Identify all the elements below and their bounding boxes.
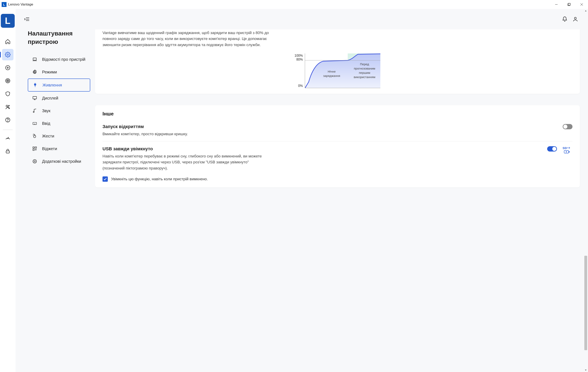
chart-caption-left: Нічне заряджання [319, 69, 344, 78]
night-charge-card: Нічне заряджання акумулятора Vantage вив… [95, 29, 580, 94]
subnav-item-label: Жести [42, 133, 54, 139]
svg-point-6 [7, 54, 8, 55]
rail-smart[interactable] [2, 75, 13, 86]
subnav-item-label: Ввід [42, 121, 50, 126]
svg-point-10 [7, 80, 8, 81]
svg-marker-45 [585, 10, 587, 11]
gear-outline-icon [32, 69, 38, 75]
scrollbar-thumb[interactable] [584, 256, 587, 350]
rail-performance[interactable] [2, 132, 13, 144]
top-toolbar [16, 9, 588, 29]
music-note-icon [32, 108, 38, 114]
main-content: Налаштування пристрою Відомості про прис… [16, 9, 588, 372]
svg-point-39 [34, 161, 35, 162]
flip-to-start-title: Запуск відкриттям [103, 124, 563, 129]
subnav-item-label: Живлення [42, 82, 62, 88]
rail-updates[interactable] [2, 62, 13, 73]
svg-rect-34 [35, 147, 37, 148]
flip-to-start-toggle[interactable] [563, 124, 572, 129]
svg-rect-22 [33, 96, 37, 99]
plug-icon [32, 82, 38, 88]
svg-point-13 [7, 138, 8, 139]
subnav-advanced-settings[interactable]: Додаткові настройки [28, 155, 90, 167]
usb-always-on-even-off-label: Увімкніть цю функцію, навіть коли пристр… [111, 177, 208, 181]
subnav-item-label: Режими [42, 69, 57, 75]
svg-rect-26 [33, 122, 37, 125]
advanced-settings-icon [32, 159, 38, 164]
other-settings-card: Інше Запуск відкриттям Вмикайте комп'юте… [95, 105, 580, 187]
subnav-display[interactable]: Дисплей [28, 92, 90, 104]
svg-point-21 [34, 71, 35, 73]
vertical-scrollbar[interactable] [584, 9, 588, 372]
usb-always-on-desc: Навіть коли комп'ютер перебуває в режимі… [103, 153, 270, 171]
usb-always-on-toggle[interactable] [547, 146, 557, 151]
subnav-power[interactable]: Живлення [28, 79, 90, 91]
svg-rect-35 [33, 149, 34, 151]
rail-security[interactable] [2, 88, 13, 100]
svg-rect-14 [6, 151, 9, 153]
usb-ss-icon: SS [561, 146, 572, 154]
app-icon: L [2, 2, 7, 7]
subnav-item-label: Додаткові настройки [42, 159, 81, 164]
svg-marker-46 [585, 370, 587, 371]
chart-ylabel-80: 80% [296, 58, 303, 61]
usb-always-on-even-off-checkbox[interactable] [103, 176, 108, 182]
subnav-audio[interactable]: Звук [28, 105, 90, 117]
svg-point-18 [574, 17, 576, 19]
subnav-gestures[interactable]: Жести [28, 130, 90, 142]
night-charge-chart: 100% 80% 0% [103, 53, 572, 88]
account-button[interactable] [570, 14, 581, 24]
subnav-item-label: Віджети [42, 146, 57, 151]
page-title: Налаштування пристрою [28, 29, 90, 46]
svg-point-12 [8, 121, 8, 121]
subnav-input[interactable]: Ввід [28, 117, 90, 130]
svg-rect-42 [569, 151, 569, 152]
window-minimize-button[interactable] [550, 0, 563, 9]
subnav-item-label: Відомості про пристрій [42, 57, 85, 62]
settings-cards: Нічне заряджання акумулятора Vantage вив… [95, 29, 588, 372]
svg-point-25 [33, 111, 34, 113]
hand-tap-icon [32, 133, 38, 139]
notifications-button[interactable] [559, 14, 570, 24]
flip-to-start-desc: Вмикайте комп'ютер, просто відкривши кри… [103, 131, 270, 137]
svg-rect-33 [33, 147, 34, 148]
window-title: Lenovo Vantage [8, 2, 33, 7]
keyboard-icon [32, 121, 38, 126]
widgets-icon [32, 146, 38, 151]
left-nav-rail: L [0, 9, 16, 372]
subnav-item-label: Дисплей [42, 95, 58, 101]
window-maximize-button[interactable] [563, 0, 575, 9]
chart-ylabel-0: 0% [298, 84, 303, 88]
rail-tools[interactable] [2, 101, 13, 113]
svg-rect-19 [33, 58, 36, 60]
laptop-icon [32, 57, 38, 62]
chart-ylabel-100: 100% [295, 54, 303, 58]
brand-logo[interactable]: L [1, 14, 15, 28]
rail-home[interactable] [2, 36, 13, 47]
rail-device-settings[interactable] [2, 49, 13, 60]
subnav-device-info[interactable]: Відомості про пристрій [28, 53, 90, 65]
rail-privacy[interactable] [2, 145, 13, 157]
monitor-icon [32, 95, 38, 101]
collapse-sidebar-button[interactable] [23, 15, 31, 23]
window-close-button[interactable] [575, 0, 588, 9]
subnav-widgets[interactable]: Віджети [28, 142, 90, 155]
window-titlebar: L Lenovo Vantage [0, 0, 588, 9]
night-charge-desc: Vantage вивчатиме ваш щоденний графік за… [103, 30, 270, 48]
usb-always-on-title: USB завжди увімкнуто [103, 146, 547, 151]
svg-rect-2 [568, 3, 570, 5]
other-section-heading: Інше [103, 111, 572, 117]
device-settings-subnav: Налаштування пристрою Відомості про прис… [16, 29, 95, 372]
subnav-item-label: Звук [42, 108, 51, 113]
rail-help[interactable] [2, 114, 13, 126]
subnav-modes[interactable]: Режими [28, 66, 90, 78]
chart-caption-right: Перед прогнозованим першим використанням [350, 62, 379, 79]
